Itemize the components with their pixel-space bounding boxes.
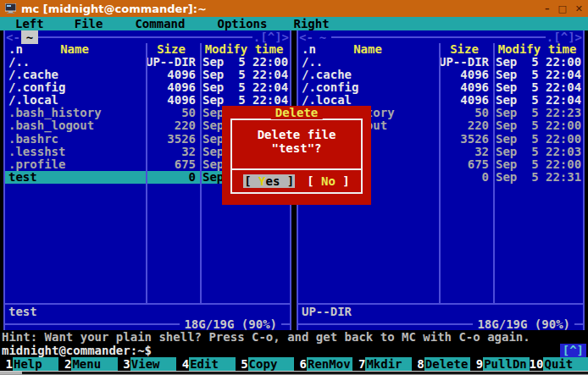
file-mtime: Sep 5 22:00 [491,56,583,69]
maximize-icon[interactable]: □ [557,3,566,14]
close-icon[interactable]: ✕ [575,3,583,14]
file-mtime: Sep 5 22:04 [491,94,583,107]
file-size: 0 [144,171,198,184]
file-name: .profile [5,158,144,171]
fkey-number: 10 [530,357,544,371]
file-row[interactable]: /.config4096Sep 5 22:04 [298,81,583,94]
fkey-help[interactable]: 1Help [0,357,58,371]
file-size: UP--DIR [144,56,198,69]
file-row[interactable]: /..UP--DIRSep 5 22:00 [298,56,583,69]
left-panel-bottom: 18G/19G (90%) [5,318,290,330]
fkey-label: Menu [71,357,117,371]
fkey-label: Copy [248,357,294,371]
file-mtime: Sep 5 22:00 [491,133,583,146]
file-size: 0 [437,171,491,184]
fkey-label: Edit [189,357,235,371]
file-size: 3526 [144,133,198,146]
minimize-icon[interactable]: – [545,3,550,14]
file-mtime: Sep 5 22:23 [491,107,583,119]
file-row[interactable]: /..UP--DIRSep 5 22:00 [5,56,290,69]
file-size: 4096 [144,69,198,81]
fkey-renmov[interactable]: 6RenMov [294,357,352,371]
column-separator [146,43,147,303]
left-mini-status: test [5,305,290,318]
column-header-size[interactable]: Size [144,43,198,56]
file-size: 675 [144,158,198,171]
file-row[interactable]: /.cache4096Sep 5 22:04 [5,69,290,81]
file-size: UP--DIR [437,56,491,69]
fkey-label: View [130,357,176,371]
file-mtime: Sep 5 22:00 [198,56,290,69]
menu-bar: LeftFileCommandOptionsRight [0,17,588,30]
menu-right[interactable]: Right [293,17,329,30]
fkey-view[interactable]: 3View [118,357,176,371]
function-key-bar: 1Help2Menu3View4Edit5Copy6RenMov7Mkdir8D… [0,357,588,371]
left-panel-top: <- ~ .[^]> [5,30,290,43]
column-separator [439,43,441,303]
fkey-label: Delete [424,357,470,371]
column-separator [493,43,495,303]
fkey-label: Mkdir [365,357,411,371]
column-header-size[interactable]: Size [437,43,491,56]
file-size: 4096 [144,81,198,94]
file-mtime: Sep 5 22:00 [491,119,583,132]
dialog-buttons: [ Yes ] [ No ] [222,174,371,188]
file-name: /.cache [298,69,437,81]
terminal-icon [5,3,16,14]
fkey-copy[interactable]: 5Copy [236,357,294,371]
fkey-number: 7 [352,357,365,371]
history-button[interactable]: [^] [560,344,586,357]
fkey-label: RenMov [307,357,352,371]
left-disk-usage: 18G/19G (90%) [180,317,281,330]
column-header-name[interactable]: .nName [5,43,144,56]
left-column-headers: .nName Size Modify time [5,43,290,56]
yes-button[interactable]: [ Yes ] [243,174,295,188]
fkey-edit[interactable]: 4Edit [176,357,235,371]
menu-options[interactable]: Options [217,17,267,30]
fkey-quit[interactable]: 10Quit [530,357,588,371]
no-button[interactable]: [ No ] [307,174,350,188]
fkey-label: Quit [543,357,588,371]
dialog-message-line2: "test"? [222,142,371,155]
file-name: /.cache [5,69,144,81]
fkey-number: 6 [294,357,307,371]
menu-left[interactable]: Left [15,17,44,30]
file-name: .bash_history [5,107,144,119]
file-name: .bash_logout [5,119,144,132]
mc-terminal: LeftFileCommandOptionsRight <- ~ .[^]> .… [0,17,588,375]
left-panel-path[interactable]: ~ [21,30,38,44]
right-column-headers: .nName Size Modify time [298,43,583,56]
file-name: .bashrc [5,133,144,146]
file-name: /.. [5,56,144,69]
file-name: test [5,171,144,184]
scrollbar-thumb[interactable] [0,372,22,374]
file-size: 32 [144,146,198,158]
command-line[interactable]: midnight@commander:~$ [^] [0,344,588,357]
column-header-mtime[interactable]: Modify time [491,43,583,56]
file-mtime: Sep 5 22:04 [491,81,583,94]
window-titlebar: mc [midnight@commander]:~ – □ ✕ [0,0,588,17]
column-header-name[interactable]: .nName [298,43,437,56]
file-size: 675 [437,158,491,171]
menu-file[interactable]: File [75,17,103,30]
file-row[interactable]: /.config4096Sep 5 22:04 [5,81,290,94]
dialog-title: Delete [271,107,323,119]
right-panel-path[interactable]: ~ [314,30,331,44]
menu-command[interactable]: Command [135,17,185,30]
fkey-delete[interactable]: 8Delete [412,357,470,371]
file-size: 4096 [437,94,491,107]
fkey-label: PullDn [483,357,529,371]
file-size: 50 [144,107,198,119]
scrollbar-track[interactable] [0,371,588,375]
fkey-menu[interactable]: 2Menu [58,357,117,371]
file-mtime: Sep 5 22:00 [491,158,583,171]
file-size: 4096 [144,94,198,107]
fkey-number: 3 [118,357,130,371]
file-name: .lesshst [5,146,144,158]
fkey-mkdir[interactable]: 7Mkdir [352,357,411,371]
column-header-mtime[interactable]: Modify time [198,43,290,56]
file-row[interactable]: /.cache4096Sep 5 22:04 [298,69,583,81]
fkey-pulldn[interactable]: 9PullDn [470,357,529,371]
file-mtime: Sep 5 22:03 [491,146,583,158]
fkey-number: 9 [470,357,483,371]
